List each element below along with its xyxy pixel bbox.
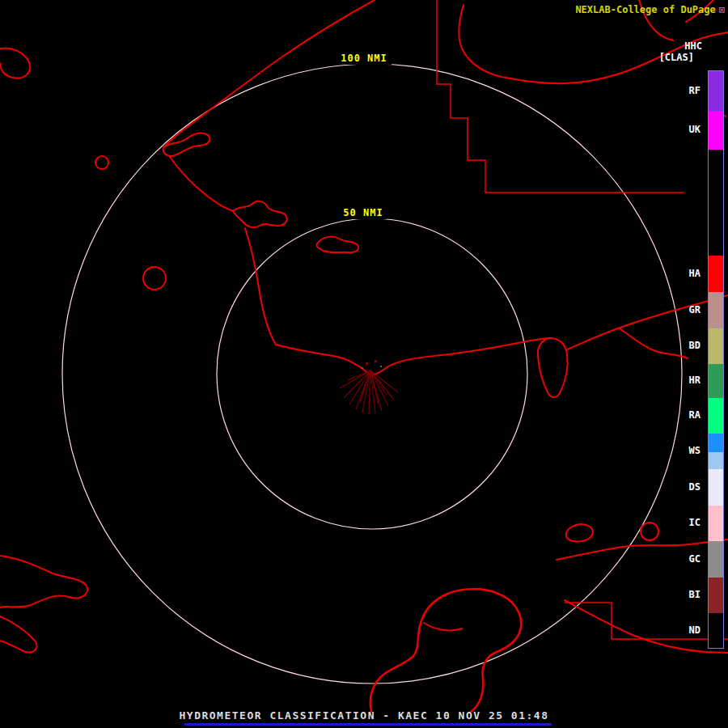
legend-segment-uk bbox=[709, 111, 723, 150]
legend-segment-rf bbox=[709, 71, 723, 111]
legend-segment-nd bbox=[709, 613, 723, 648]
outer-ring-label: 100 NMI bbox=[336, 52, 392, 65]
radar-echo bbox=[340, 360, 398, 414]
radar-map bbox=[0, 0, 728, 728]
legend-label-ic: IC bbox=[689, 517, 700, 528]
legend-segment-bd bbox=[709, 328, 723, 364]
footer-underline bbox=[184, 723, 552, 726]
product-tag: [CLAS] bbox=[659, 52, 694, 63]
footer-title: HYDROMETEOR CLASSIFICATION - KAEC 10 NOV… bbox=[0, 709, 728, 722]
legend-segment-bi bbox=[709, 578, 723, 613]
legend-bar bbox=[708, 70, 724, 649]
legend-label-ds: DS bbox=[689, 481, 700, 493]
legend-label-rf: RF bbox=[689, 85, 700, 96]
brand: NEXLAB-College of DuPage⊠ bbox=[575, 4, 725, 15]
legend-segment-hr bbox=[709, 364, 723, 398]
legend-label-bd: BD bbox=[689, 340, 700, 351]
legend-label-gc: GC bbox=[689, 553, 700, 565]
radar-display: 100 NMI 50 NMI NEXLAB-College of DuPage⊠… bbox=[0, 0, 728, 728]
legend-segment-ha bbox=[709, 256, 723, 292]
legend-segment-ws bbox=[709, 434, 723, 469]
legend-label-ra: RA bbox=[689, 409, 700, 421]
brand-text: NEXLAB-College of DuPage bbox=[575, 4, 715, 15]
legend-label-nd: ND bbox=[689, 624, 700, 636]
legend-label-ws: WS bbox=[689, 445, 700, 456]
inner-ring-label: 50 NMI bbox=[339, 206, 387, 219]
legend-labels: RFUKHAGRBDHRRAWSDSICGCBIND bbox=[652, 70, 700, 647]
legend-segment-gap bbox=[709, 150, 723, 256]
legend-label-ha: HA bbox=[689, 268, 700, 279]
brand-logo-icon: ⊠ bbox=[719, 4, 725, 15]
legend-label-gr: GR bbox=[689, 304, 700, 315]
legend-label-bi: BI bbox=[689, 589, 700, 600]
legend-segment-gc bbox=[709, 541, 723, 578]
coastlines bbox=[0, 0, 728, 712]
legend-segment-ds bbox=[709, 469, 723, 506]
product-code: HHC bbox=[684, 40, 702, 52]
legend-segment-gr bbox=[709, 292, 723, 328]
legend-segment-ic bbox=[709, 506, 723, 541]
legend-segment-ra bbox=[709, 398, 723, 434]
legend-label-hr: HR bbox=[689, 375, 700, 386]
legend-label-uk: UK bbox=[689, 124, 700, 135]
